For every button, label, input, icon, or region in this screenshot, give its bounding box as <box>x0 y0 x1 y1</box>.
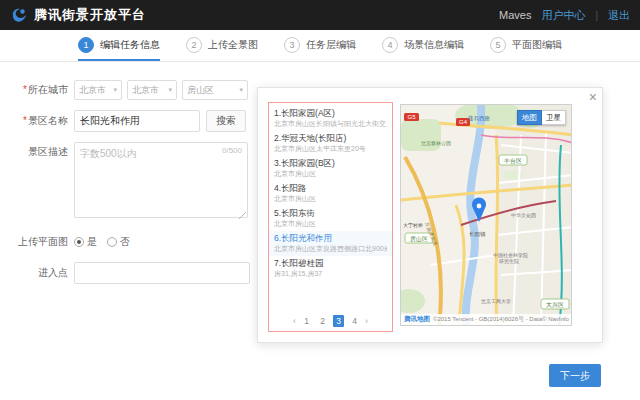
map-brand-logo: 腾讯地图 <box>404 315 430 324</box>
city-label: *所在城市 <box>14 80 68 100</box>
entry-point-row: 进入点 <box>14 262 250 284</box>
step-3-task-layer-edit[interactable]: 3 任务层编辑 <box>284 30 356 61</box>
radio-unselected-icon <box>107 237 117 247</box>
step-1-label: 编辑任务信息 <box>100 38 160 52</box>
page-3-active[interactable]: 3 <box>333 315 344 327</box>
pagination: ‹ 1 2 3 4 › <box>269 311 392 331</box>
search-button[interactable]: 搜索 <box>206 110 246 132</box>
chevron-down-icon: ▾ <box>113 86 117 94</box>
map-view-button[interactable]: 地图 <box>517 110 542 125</box>
radio-yes[interactable]: 是 <box>74 235 97 249</box>
required-mark: * <box>23 84 27 95</box>
step-4-scene-info-edit[interactable]: 4 场景信息编辑 <box>382 30 464 61</box>
next-step-button[interactable]: 下一步 <box>549 364 601 387</box>
svg-text:房山区: 房山区 <box>410 235 428 242</box>
close-icon[interactable]: × <box>589 90 597 104</box>
upload-floorplan-row: 上传平面图 是 否 <box>14 232 250 252</box>
prev-page-icon[interactable]: ‹ <box>293 316 296 326</box>
page: 腾讯街景开放平台 Maves 用户中心 | 退出 1 编辑任务信息 2 上传全景… <box>0 0 640 400</box>
result-item-3[interactable]: 3.长阳家园(B区) 北京市房山区 <box>269 156 392 181</box>
step-2-label: 上传全景图 <box>208 38 258 52</box>
step-2-upload-panorama[interactable]: 2 上传全景图 <box>186 30 258 61</box>
svg-text:北京工商大学: 北京工商大学 <box>481 298 511 305</box>
svg-text:大兴区: 大兴区 <box>546 301 564 308</box>
svg-text:研究生院: 研究生院 <box>499 258 519 265</box>
step-4-label: 场景信息编辑 <box>404 38 464 52</box>
header-separator: | <box>595 10 598 21</box>
scenic-name-row: *景区名称 搜索 <box>14 110 250 132</box>
search-results-list: 1.长阳家园(A区) 北京市房山区长阳镇与阳光北大街交叉 2.华冠天地(长阳店)… <box>268 102 393 332</box>
step-5-label: 平面图编辑 <box>512 38 562 52</box>
svg-text:北宫森林公园: 北宫森林公园 <box>421 140 451 147</box>
logout-link[interactable]: 退出 <box>608 8 630 23</box>
location-picker-panel: × 1.长阳家园(A区) 北京市房山区长阳镇与阳光北大街交叉 2.华冠天地(长阳… <box>257 87 603 343</box>
svg-text:中华文化园: 中华文化园 <box>511 212 536 219</box>
province-select[interactable]: 北京市 ▾ <box>74 80 122 100</box>
svg-text:长阳镇: 长阳镇 <box>469 231 486 238</box>
scenic-name-label: *景区名称 <box>14 111 68 131</box>
step-5-number: 5 <box>490 37 506 53</box>
svg-text:大宁村桥: 大宁村桥 <box>403 222 423 229</box>
step-5-floorplan-edit[interactable]: 5 平面图编辑 <box>490 30 562 61</box>
description-row: 景区描述 0/500 <box>14 142 250 222</box>
map-copyright: ©2015 Tencent - GB(2014)6026号 - Data© Na… <box>433 315 569 324</box>
brand: 腾讯街景开放平台 <box>10 6 146 24</box>
char-counter: 0/500 <box>222 146 242 155</box>
svg-text:丰台区: 丰台区 <box>504 157 522 165</box>
step-3-label: 任务层编辑 <box>306 38 356 52</box>
svg-text:G5: G5 <box>407 114 416 120</box>
district-select[interactable]: 房山区 ▾ <box>182 80 248 100</box>
chevron-down-icon: ▾ <box>168 86 172 94</box>
radio-no[interactable]: 否 <box>107 235 130 249</box>
chevron-down-icon: ▾ <box>239 86 243 94</box>
entry-point-input[interactable] <box>74 262 250 284</box>
result-item-1[interactable]: 1.长阳家园(A区) 北京市房山区长阳镇与阳光北大街交叉 <box>269 106 392 131</box>
result-item-2[interactable]: 2.华冠天地(长阳店) 北京市房山区太平庄东里20号 <box>269 131 392 156</box>
upload-floorplan-label: 上传平面图 <box>14 232 68 252</box>
result-item-6-selected[interactable]: 6.长阳光和作用 北京市房山区京良路西侧路口北900米 <box>269 231 392 256</box>
city-row: *所在城市 北京市 ▾ 北京市 ▾ 房山区 ▾ <box>14 80 250 100</box>
step-2-number: 2 <box>186 37 202 53</box>
step-1-number: 1 <box>78 37 94 53</box>
page-2[interactable]: 2 <box>317 315 328 327</box>
user-center-link[interactable]: 用户中心 <box>541 8 585 23</box>
resize-grip-icon[interactable] <box>239 212 246 219</box>
tencent-logo-icon <box>10 6 28 24</box>
city-select[interactable]: 北京市 ▾ <box>127 80 177 100</box>
map-type-toggle: 地图 卫星 <box>517 110 566 125</box>
svg-text:莲石西路: 莲石西路 <box>468 115 491 122</box>
map-graphics: G5 G4 丰台区 房山区 大兴区 莲石西路 北宫森林公园 长阳 <box>401 105 572 326</box>
radio-selected-icon <box>74 237 84 247</box>
page-4[interactable]: 4 <box>349 315 360 327</box>
description-label: 景区描述 <box>14 142 68 162</box>
header-actions: Maves 用户中心 | 退出 <box>499 8 630 23</box>
svg-text:G4: G4 <box>459 119 468 125</box>
map-attribution: 腾讯地图 ©2015 Tencent - GB(2014)6026号 - Dat… <box>401 314 571 325</box>
result-item-5[interactable]: 5.长阳东街 北京市房山区 <box>269 206 392 231</box>
app-title: 腾讯街景开放平台 <box>34 6 146 24</box>
top-bar: 腾讯街景开放平台 Maves 用户中心 | 退出 <box>0 0 640 30</box>
step-nav: 1 编辑任务信息 2 上传全景图 3 任务层编辑 4 场景信息编辑 5 平面图编… <box>0 30 640 62</box>
scenic-name-input[interactable] <box>74 110 200 132</box>
step-4-number: 4 <box>382 37 398 53</box>
username: Maves <box>499 9 531 21</box>
map-canvas[interactable]: G5 G4 丰台区 房山区 大兴区 莲石西路 北宫森林公园 长阳 <box>400 104 572 326</box>
result-item-7[interactable]: 7.长阳碧桂园 房31,房15,房37 <box>269 256 392 281</box>
result-item-4[interactable]: 4.长阳路 北京市房山区 <box>269 181 392 206</box>
next-page-icon[interactable]: › <box>365 316 368 326</box>
task-info-form: *所在城市 北京市 ▾ 北京市 ▾ 房山区 ▾ *景区名称 搜索 <box>14 80 250 294</box>
entry-point-label: 进入点 <box>14 263 68 283</box>
city-selects: 北京市 ▾ 北京市 ▾ 房山区 ▾ <box>74 80 248 100</box>
satellite-view-button[interactable]: 卫星 <box>542 110 566 125</box>
step-1-edit-task-info[interactable]: 1 编辑任务信息 <box>78 30 160 61</box>
step-3-number: 3 <box>284 37 300 53</box>
page-1[interactable]: 1 <box>301 315 312 327</box>
